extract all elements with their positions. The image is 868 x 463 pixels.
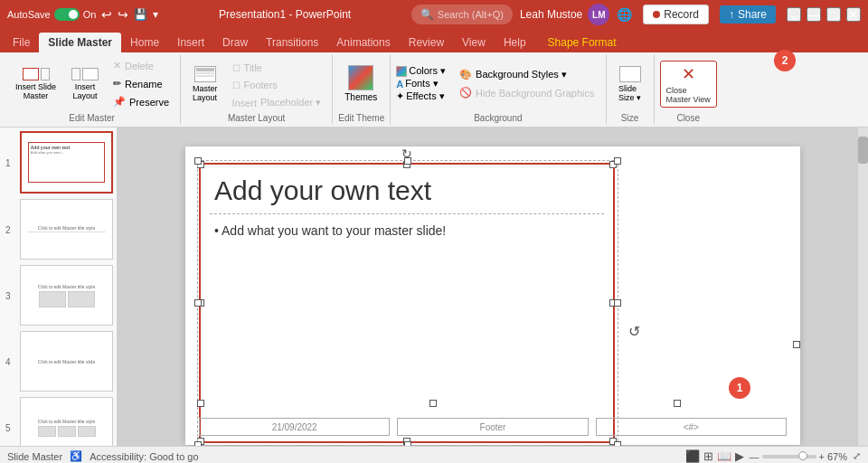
themes-button[interactable]: Themes <box>338 61 383 106</box>
record-button[interactable]: Record <box>643 5 709 24</box>
slide-body[interactable]: • Add what you want to your master slide… <box>201 216 613 245</box>
delete-label: Delete <box>125 61 154 71</box>
handle-top-left[interactable] <box>197 161 204 168</box>
preserve-button[interactable]: 📌 Preserve <box>108 93 175 110</box>
colors-swatch <box>396 66 407 77</box>
tab-draw[interactable]: Draw <box>213 33 257 52</box>
annotation-1-text: 1 <box>737 382 743 394</box>
slide-thumb-container-5: 5 Click to edit Master title style <box>20 397 113 446</box>
colors-label[interactable]: Colors ▾ <box>409 65 446 77</box>
redo-icon[interactable]: ↪ <box>118 7 128 22</box>
maximize-button[interactable]: □ <box>826 7 841 22</box>
far-bottom-handle-1[interactable] <box>197 400 204 407</box>
normal-view-icon[interactable]: ⬛ <box>685 449 700 463</box>
slide-thumb-2[interactable]: Click to edit Master title style <box>20 199 113 260</box>
footer-page[interactable]: <#> <box>596 418 787 436</box>
zoom-in-icon[interactable]: + <box>819 451 825 462</box>
slide-num-2: 2 <box>5 224 11 234</box>
rotate-handle[interactable]: ↻ <box>401 146 412 161</box>
slide-thumb-container-1: 1 Add your own text Add what you want... <box>20 131 113 194</box>
vertical-scrollbar[interactable] <box>857 128 868 446</box>
slides-panel: 1 Add your own text Add what you want...… <box>0 128 118 446</box>
window-controls: ⌄ — □ ✕ <box>787 7 861 22</box>
share-button[interactable]: ↑ Share <box>720 5 776 24</box>
delete-button[interactable]: ✕ Delete <box>108 57 175 74</box>
hide-bg-label: Hide Background Graphics <box>476 88 594 99</box>
hide-background-btn[interactable]: 🚫 Hide Background Graphics <box>454 84 599 101</box>
slide-size-label: SlideSize ▾ <box>618 84 641 102</box>
tab-file[interactable]: File <box>4 33 39 52</box>
slide-sorter-icon[interactable]: ⊞ <box>703 449 713 463</box>
insert-slide-master-button[interactable]: Insert SlideMaster <box>9 64 62 104</box>
title-check[interactable]: ☐ Title <box>227 60 327 76</box>
handle-middle-right[interactable] <box>609 299 617 307</box>
insert-placeholder-btn[interactable]: Insert Placeholder ▾ <box>227 94 327 111</box>
tab-help[interactable]: Help <box>495 33 535 52</box>
zoom-track[interactable] <box>762 455 816 458</box>
footers-label: Footers <box>244 80 278 90</box>
scrollbar-thumb[interactable] <box>858 137 868 164</box>
rename-button[interactable]: ✏ Rename <box>108 75 175 92</box>
handle-middle-left[interactable] <box>197 299 204 307</box>
tab-animations[interactable]: Animations <box>327 33 399 52</box>
slide-thumb-container-4: 4 Click to edit Master title slide <box>20 331 113 392</box>
main-content-box[interactable]: ↻ Add your own text • Add what you want … <box>199 163 615 443</box>
slide-thumb-5[interactable]: Click to edit Master title style <box>20 397 113 446</box>
footer-date[interactable]: 21/09/2022 <box>199 418 390 436</box>
handle-bottom-middle[interactable] <box>403 438 410 445</box>
footer-date-text: 21/09/2022 <box>272 422 317 432</box>
slide-canvas[interactable]: ↻ Add your own text • Add what you want … <box>185 146 800 445</box>
insert-layout-button[interactable]: InsertLayout <box>65 64 105 104</box>
preserve-icon: 📌 <box>113 96 126 108</box>
search-bar[interactable]: 🔍 Search (Alt+Q) <box>411 5 513 24</box>
edit-theme-group-label: Edit Theme <box>338 111 384 123</box>
minimize-button[interactable]: — <box>807 7 821 22</box>
collapse-ribbon-button[interactable]: ⌄ <box>787 7 801 22</box>
tab-transitions[interactable]: Transitions <box>257 33 327 52</box>
handle-top-right[interactable] <box>609 161 617 168</box>
handle-bottom-right[interactable] <box>609 438 617 445</box>
far-right-handle[interactable] <box>793 341 800 348</box>
thumb-5-img3 <box>78 426 96 437</box>
effects-label[interactable]: Effects ▾ <box>406 90 444 102</box>
slide-thumb-1[interactable]: Add your own text Add what you want... <box>20 131 113 194</box>
slide-thumb-container-2: 2 Click to edit Master title style <box>20 199 113 260</box>
tab-shape-format[interactable]: Shape Format <box>539 33 626 52</box>
slide-size-button[interactable]: SlideSize ▾ <box>612 62 648 106</box>
reading-view-icon[interactable]: 📖 <box>717 449 731 463</box>
fonts-label[interactable]: Fonts ▾ <box>405 78 439 90</box>
thumb-3-img2 <box>68 291 95 307</box>
rotate-cursor-icon: ↺ <box>628 323 640 340</box>
footer-text-content: Footer <box>480 422 506 432</box>
footers-check[interactable]: ☐ Footers <box>227 77 327 93</box>
footer-text[interactable]: Footer <box>397 418 588 436</box>
tab-slide-master[interactable]: Slide Master <box>39 33 121 52</box>
thumb-master-box: Add your own text Add what you want... <box>28 142 106 184</box>
handle-top-middle[interactable] <box>403 161 410 168</box>
tab-review[interactable]: Review <box>400 33 453 52</box>
zoom-out-icon[interactable]: — <box>750 451 760 462</box>
far-bottom-handle-2[interactable] <box>429 400 437 407</box>
slide-thumb-4[interactable]: Click to edit Master title slide <box>20 331 113 392</box>
more-icon[interactable]: ▾ <box>153 8 158 21</box>
close-master-view-button[interactable]: ✕ CloseMaster View <box>660 61 717 108</box>
autosave-toggle[interactable] <box>54 8 80 21</box>
autosave-toggle-dot <box>69 10 78 19</box>
zoom-thumb[interactable] <box>798 451 807 460</box>
footer-page-text: <#> <box>684 422 699 432</box>
background-styles-btn[interactable]: 🎨 Background Styles ▾ <box>454 66 599 83</box>
save-icon[interactable]: 💾 <box>134 8 147 21</box>
handle-bottom-left[interactable] <box>197 438 204 445</box>
tab-view[interactable]: View <box>453 33 495 52</box>
status-left: Slide Master ♿ Accessibility: Good to go <box>7 450 199 462</box>
fit-icon[interactable]: ⤢ <box>853 450 861 462</box>
slide-title[interactable]: Add your own text <box>201 165 613 212</box>
close-button[interactable]: ✕ <box>846 7 861 22</box>
far-bottom-handle-3[interactable] <box>674 400 681 407</box>
slide-thumb-3[interactable]: Click to edit Master title style <box>20 265 113 326</box>
tab-home[interactable]: Home <box>121 33 168 52</box>
tab-insert[interactable]: Insert <box>168 33 213 52</box>
undo-icon[interactable]: ↩ <box>101 7 112 22</box>
master-layout-button[interactable]: MasterLayout <box>186 62 224 106</box>
slideshow-icon[interactable]: ▶ <box>735 449 744 463</box>
